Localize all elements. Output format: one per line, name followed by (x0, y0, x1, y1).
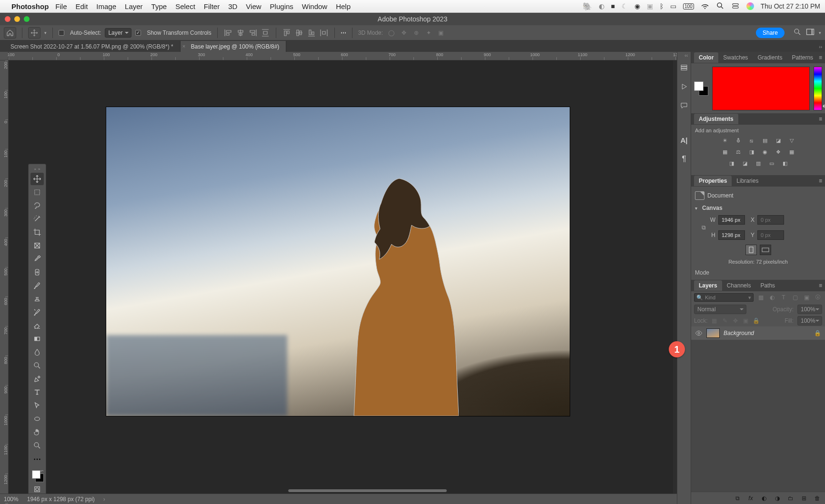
menubar-clock[interactable]: Thu Oct 27 2:10 PM (761, 2, 820, 10)
menu-layer[interactable]: Layer (125, 2, 143, 10)
tray-control-center-icon[interactable] (731, 1, 740, 11)
swap-colors-icon[interactable]: ⤺ (40, 469, 44, 473)
adjustments-panel-menu-icon[interactable]: ≡ (819, 116, 822, 122)
tray-battery-icon[interactable]: 100 (683, 3, 694, 10)
canvas-disclosure-icon[interactable]: ▾ (695, 206, 697, 211)
eyedropper-tool[interactable] (30, 253, 44, 265)
layer-item-background[interactable]: Background 🔒 (691, 326, 825, 340)
tab-layers[interactable]: Layers (694, 280, 722, 291)
panel-expand-icon[interactable]: ›› (819, 44, 822, 49)
menu-window[interactable]: Window (302, 2, 327, 10)
adj-channelmixer-icon[interactable]: ❖ (774, 148, 783, 156)
adj-colorbalance-icon[interactable]: ⚖ (734, 148, 743, 156)
tray-search-icon[interactable] (716, 1, 724, 11)
healing-brush-tool[interactable] (30, 266, 44, 278)
close-window-button[interactable] (5, 16, 10, 22)
lock-image-icon[interactable]: ✎ (721, 317, 729, 325)
ruler-horizontal[interactable]: 1000100200300400500600700800900100011001… (9, 52, 677, 60)
align-right-icon[interactable] (248, 28, 258, 38)
search-app-icon[interactable] (793, 28, 802, 38)
brush-tool[interactable] (30, 279, 44, 292)
menu-select[interactable]: Select (175, 2, 195, 10)
menu-filter[interactable]: Filter (204, 2, 220, 10)
align-top-icon[interactable] (282, 28, 292, 38)
tab-paths[interactable]: Paths (755, 280, 780, 291)
tab-channels[interactable]: Channels (722, 280, 756, 291)
align-vcenter-icon[interactable] (294, 28, 304, 38)
distribute-h-icon[interactable] (261, 28, 270, 38)
tray-wifi-icon[interactable] (701, 1, 709, 11)
tab-properties[interactable]: Properties (694, 176, 732, 186)
filter-pixel-icon[interactable]: ▦ (756, 294, 765, 301)
ruler-vertical[interactable]: 2001000100200300400500600700800900100011… (0, 60, 9, 494)
auto-select-checkbox[interactable] (59, 30, 64, 36)
magic-wand-tool[interactable] (30, 213, 44, 225)
path-selection-tool[interactable] (30, 399, 44, 412)
adj-posterize-icon[interactable]: ◪ (740, 159, 750, 168)
show-transform-checkbox[interactable] (135, 30, 141, 36)
tab-gradients[interactable]: Gradients (753, 52, 787, 63)
history-brush-tool[interactable] (30, 306, 44, 318)
lock-position-icon[interactable]: ✥ (732, 317, 739, 325)
canvas-h-scrollbar[interactable] (9, 489, 673, 494)
document-tab-0[interactable]: × Screen Shot 2022-10-27 at 1.56.07 PM.p… (0, 41, 181, 52)
dock-collapse-icon[interactable]: ‹‹ (682, 52, 691, 59)
filter-adj-icon[interactable]: ◐ (768, 294, 776, 301)
preset-dropdown-icon[interactable]: ▾ (44, 30, 47, 35)
menu-file[interactable]: File (55, 2, 67, 10)
width-field[interactable]: 1946 px (718, 215, 745, 225)
delete-layer-icon[interactable]: 🗑 (814, 494, 821, 502)
tab-libraries[interactable]: Libraries (732, 176, 763, 186)
orientation-landscape-icon[interactable] (760, 245, 771, 255)
workspace-dropdown-icon[interactable]: ▾ (819, 30, 821, 35)
edit-toolbar-icon[interactable]: ⋯ (30, 453, 44, 465)
foreground-background-swatch[interactable]: ⤺ (30, 469, 44, 482)
auto-select-target-dropdown[interactable]: Layer (105, 28, 131, 38)
x-field[interactable]: 0 px (757, 215, 784, 225)
tab-adjustments[interactable]: Adjustments (694, 114, 738, 124)
menu-help[interactable]: Help (336, 2, 351, 10)
adj-vibrance-icon[interactable]: ◪ (774, 136, 783, 145)
height-field[interactable]: 1298 px (718, 230, 745, 240)
document-tab-1[interactable]: × Base layer.jpeg @ 100% (RGB/8#) (181, 41, 287, 52)
opacity-field[interactable]: 100% (797, 305, 822, 314)
app-name[interactable]: Photoshop (11, 2, 49, 10)
new-adjustment-icon[interactable]: ◑ (774, 494, 781, 502)
tray-calendar-icon[interactable]: ▭ (670, 2, 676, 10)
tab-patterns[interactable]: Patterns (787, 52, 818, 63)
adj-gradientmap-icon[interactable]: ▭ (767, 159, 776, 168)
blur-tool[interactable] (30, 346, 44, 358)
tab-swatches[interactable]: Swatches (718, 52, 753, 63)
move-tool-preset[interactable] (28, 27, 40, 39)
frame-tool[interactable] (30, 239, 44, 252)
filter-smart-icon[interactable]: ▣ (802, 294, 811, 301)
layer-mask-icon[interactable]: ◐ (760, 494, 768, 502)
actions-panel-icon[interactable] (679, 81, 689, 92)
tray-video-icon[interactable]: ■ (611, 2, 615, 10)
lasso-tool[interactable] (30, 199, 44, 212)
type-tool[interactable] (30, 386, 44, 398)
tray-siri-icon[interactable] (746, 2, 754, 10)
properties-panel-menu-icon[interactable]: ≡ (819, 178, 822, 184)
tab-color[interactable]: Color (694, 52, 718, 63)
shape-tool[interactable] (30, 413, 44, 425)
filter-toggle-icon[interactable]: ⦿ (814, 294, 822, 301)
menu-view[interactable]: View (246, 2, 261, 10)
menu-3d[interactable]: 3D (228, 2, 237, 10)
adj-hue-icon[interactable]: ▦ (720, 148, 730, 156)
color-spectrum[interactable] (712, 67, 810, 110)
dodge-tool[interactable] (30, 359, 44, 372)
tray-moon-icon[interactable]: ☾ (622, 2, 628, 10)
new-group-icon[interactable]: 🗀 (787, 494, 795, 502)
canvas-image[interactable] (106, 107, 570, 416)
menu-plugins[interactable]: Plugins (270, 2, 293, 10)
align-hcenter-icon[interactable] (236, 28, 245, 38)
align-left-icon[interactable] (223, 28, 233, 38)
gradient-tool[interactable] (30, 333, 44, 345)
menu-image[interactable]: Image (96, 2, 116, 10)
canvas-area[interactable]: ×» (9, 60, 673, 494)
adj-bw-icon[interactable]: ▽ (787, 136, 796, 145)
filter-type-icon[interactable]: T (779, 294, 788, 301)
fill-field[interactable]: 100% (797, 316, 822, 326)
zoom-window-button[interactable] (24, 16, 30, 22)
